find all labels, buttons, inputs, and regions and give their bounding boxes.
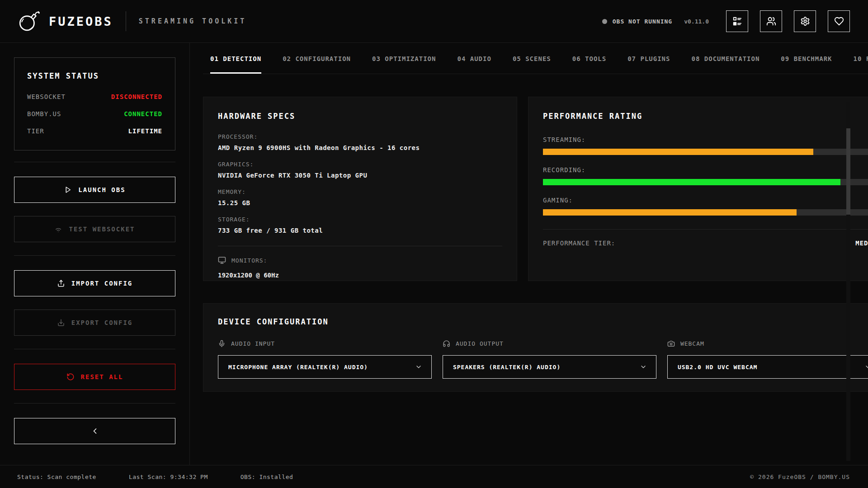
streaming-bar-fill: [543, 149, 813, 155]
users-icon: [766, 16, 776, 26]
sidebar-divider: [14, 349, 175, 349]
spec-processor: PROCESSOR: AMD Ryzen 9 6900HS with Radeo…: [218, 133, 502, 151]
status-row-tier: TIER LIFETIME: [27, 127, 162, 135]
header-right: OBS NOT RUNNING v0.11.0: [602, 10, 850, 32]
export-config-button[interactable]: EXPORT CONFIG: [14, 310, 175, 336]
webcam-field: WEBCAM USB2.0 HD UVC WEBCAM: [667, 340, 868, 379]
system-status-card: SYSTEM STATUS WEBSOCKET DISCONNECTED BOM…: [14, 57, 175, 150]
app-header: FUZEOBS STREAMING TOOLKIT OBS NOT RUNNIN…: [0, 0, 868, 43]
main-content: 01 DETECTION 02 CONFIGURATION 03 OPTIMIZ…: [190, 43, 868, 465]
layout-list-icon: [732, 16, 742, 26]
status-row-bomby: BOMBY.US CONNECTED: [27, 110, 162, 117]
headphones-icon: [443, 340, 450, 347]
hardware-divider: [218, 246, 502, 246]
spec-value: NVIDIA GeForce RTX 3050 Ti Laptop GPU: [218, 172, 502, 179]
test-websocket-button[interactable]: TEST WEBSOCKET: [14, 216, 175, 242]
webcam-label: WEBCAM: [680, 340, 704, 347]
rating-label: RECORDING:: [543, 166, 585, 174]
scrollbar-thumb[interactable]: [846, 128, 850, 215]
sidebar-divider: [14, 255, 175, 256]
spec-graphics: GRAPHICS: NVIDIA GeForce RTX 3050 Ti Lap…: [218, 161, 502, 179]
obs-status: OBS NOT RUNNING: [602, 18, 672, 25]
tab-bar: 01 DETECTION 02 CONFIGURATION 03 OPTIMIZ…: [203, 55, 868, 74]
collapse-sidebar-button[interactable]: [14, 418, 175, 444]
spec-value: 15.25 GB: [218, 199, 502, 206]
rating-label: GAMING:: [543, 197, 573, 204]
webcam-label-row: WEBCAM: [667, 340, 868, 347]
reset-all-button[interactable]: RESET ALL: [14, 364, 175, 390]
status-value: DISCONNECTED: [111, 93, 162, 100]
app-title: FUZEOBS: [49, 14, 113, 28]
users-button[interactable]: [760, 10, 782, 32]
streaming-bar: [543, 149, 868, 155]
settings-button[interactable]: [794, 10, 816, 32]
tab-optimization[interactable]: 03 OPTIMIZATION: [372, 55, 436, 74]
favorites-button[interactable]: [828, 10, 850, 32]
audio-output-field: AUDIO OUTPUT SPEAKERS (REALTEK(R) AUDIO): [443, 340, 656, 379]
spec-label: PROCESSOR:: [218, 133, 502, 140]
spec-storage: STORAGE: 733 GB free / 931 GB total: [218, 216, 502, 234]
spec-label: MEMORY:: [218, 188, 502, 195]
hardware-specs-panel: HARDWARE SPECS PROCESSOR: AMD Ryzen 9 69…: [203, 97, 517, 281]
performance-divider: [543, 229, 868, 230]
chevron-down-icon: [864, 363, 868, 371]
spec-value: AMD Ryzen 9 6900HS with Radeon Graphics …: [218, 144, 502, 151]
export-config-label: EXPORT CONFIG: [71, 319, 133, 326]
audio-output-select[interactable]: SPEAKERS (REALTEK(R) AUDIO): [443, 355, 656, 379]
audio-output-label-row: AUDIO OUTPUT: [443, 340, 656, 347]
webcam-select[interactable]: USB2.0 HD UVC WEBCAM: [667, 355, 868, 379]
sidebar: SYSTEM STATUS WEBSOCKET DISCONNECTED BOM…: [0, 43, 190, 465]
webcam-value: USB2.0 HD UVC WEBCAM: [678, 364, 758, 371]
tab-benchmark[interactable]: 09 BENCHMARK: [781, 55, 832, 74]
microphone-icon: [218, 340, 226, 347]
tab-audio[interactable]: 04 AUDIO: [457, 55, 491, 74]
layout-list-button[interactable]: [726, 10, 748, 32]
obs-status-text: OBS NOT RUNNING: [613, 18, 672, 25]
tab-fuze-ai[interactable]: 10 FUZE-AI: [854, 55, 868, 74]
rating-row-recording: RECORDING: A: [543, 166, 868, 174]
performance-tier-row: PERFORMANCE TIER: MEDIUM: [543, 239, 868, 247]
rating-row-streaming: STREAMING: B+: [543, 136, 868, 143]
reset-icon: [66, 373, 75, 381]
system-status-title: SYSTEM STATUS: [27, 71, 162, 80]
rating-row-gaming: GAMING: B: [543, 197, 868, 204]
status-value: LIFETIME: [128, 127, 162, 135]
copyright: © 2026 FuzeOBS / BOMBY.US: [750, 474, 850, 480]
audio-output-value: SPEAKERS (REALTEK(R) AUDIO): [453, 364, 561, 371]
chevron-down-icon: [640, 363, 647, 371]
upload-icon: [57, 279, 65, 287]
monitors-value: 1920x1200 @ 60Hz: [218, 272, 502, 279]
audio-input-label-row: AUDIO INPUT: [218, 340, 432, 347]
performance-rating-title: PERFORMANCE RATING: [543, 112, 868, 121]
performance-rating-panel: PERFORMANCE RATING STREAMING: B+ RECORDI…: [528, 97, 868, 281]
tab-tools[interactable]: 06 TOOLS: [572, 55, 606, 74]
tab-scenes[interactable]: 05 SCENES: [513, 55, 551, 74]
audio-input-select[interactable]: MICROPHONE ARRAY (REALTEK(R) AUDIO): [218, 355, 432, 379]
audio-input-value: MICROPHONE ARRAY (REALTEK(R) AUDIO): [228, 364, 368, 371]
tab-detection[interactable]: 01 DETECTION: [210, 55, 261, 74]
gear-icon: [800, 16, 810, 26]
tab-plugins[interactable]: 07 PLUGINS: [627, 55, 670, 74]
import-config-button[interactable]: IMPORT CONFIG: [14, 270, 175, 296]
status-label: WEBSOCKET: [27, 93, 66, 100]
monitors-row: MONITORS:: [218, 256, 502, 264]
launch-obs-label: LAUNCH OBS: [78, 186, 125, 193]
gaming-bar-fill: [543, 209, 797, 216]
sidebar-divider: [14, 403, 175, 404]
chevron-left-icon: [90, 427, 99, 436]
header-divider: [126, 11, 126, 31]
chevron-down-icon: [415, 363, 422, 371]
status-row-websocket: WEBSOCKET DISCONNECTED: [27, 93, 162, 100]
test-websocket-label: TEST WEBSOCKET: [69, 225, 135, 233]
tab-configuration[interactable]: 02 CONFIGURATION: [283, 55, 351, 74]
audio-input-field: AUDIO INPUT MICROPHONE ARRAY (REALTEK(R)…: [218, 340, 432, 379]
scan-status: Status: Scan complete: [17, 474, 96, 480]
status-bar: Status: Scan complete Last Scan: 9:34:32…: [0, 465, 868, 488]
sidebar-divider: [14, 162, 175, 162]
obs-installed-status: OBS: Installed: [241, 474, 293, 480]
spec-memory: MEMORY: 15.25 GB: [218, 188, 502, 206]
launch-obs-button[interactable]: LAUNCH OBS: [14, 177, 175, 203]
tab-documentation[interactable]: 08 DOCUMENTATION: [691, 55, 760, 74]
performance-tier-label: PERFORMANCE TIER:: [543, 239, 615, 247]
scrollbar-track[interactable]: [846, 102, 850, 461]
